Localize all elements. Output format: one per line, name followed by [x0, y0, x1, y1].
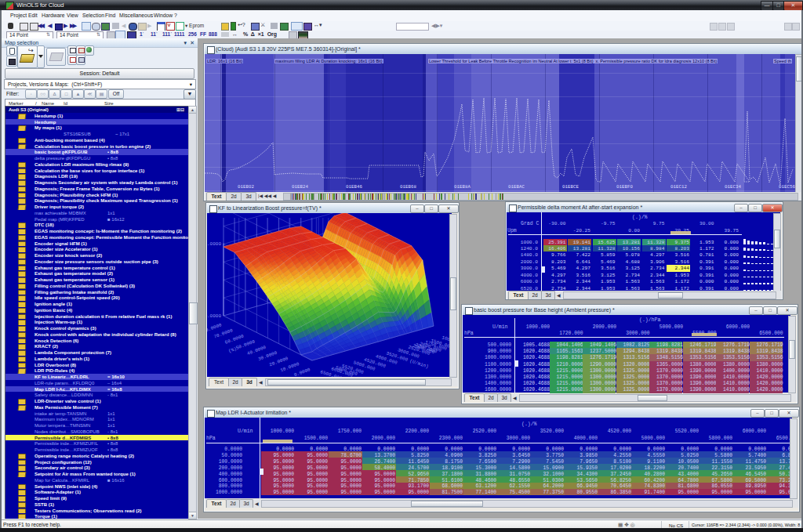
svg-text:(U/min): (U/min) — [409, 358, 429, 369]
svg-text:0.0000: 0.0000 — [293, 367, 311, 377]
svg-text:1.0000: 1.0000 — [207, 241, 221, 247]
svg-text:0.0000: 0.0000 — [207, 313, 221, 319]
svg-text:(%): (%) — [227, 346, 238, 354]
